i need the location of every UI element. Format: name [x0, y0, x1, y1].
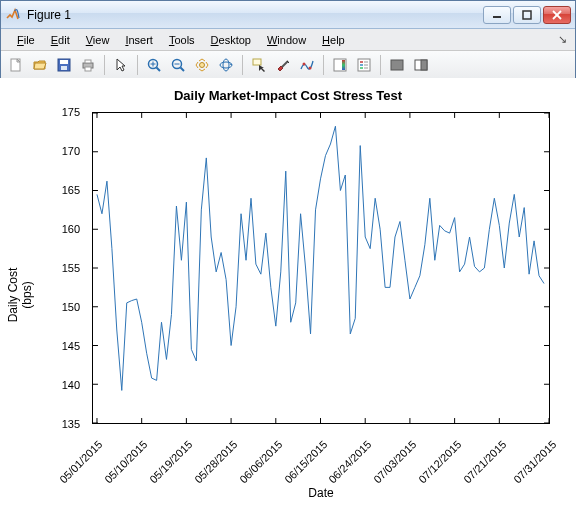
maximize-button[interactable] — [513, 6, 541, 24]
colorbar-icon[interactable] — [329, 54, 351, 76]
svg-rect-1 — [523, 11, 531, 19]
svg-line-16 — [181, 67, 185, 71]
svg-rect-34 — [391, 60, 403, 70]
svg-point-18 — [200, 62, 205, 67]
titlebar[interactable]: Figure 1 — [1, 1, 575, 29]
new-figure-icon[interactable] — [5, 54, 27, 76]
svg-rect-21 — [253, 59, 261, 65]
axes-box[interactable] — [92, 112, 550, 424]
brush-icon[interactable] — [272, 54, 294, 76]
svg-point-20 — [223, 59, 229, 71]
menu-view[interactable]: View — [78, 29, 118, 50]
chart-line — [93, 113, 549, 423]
svg-rect-7 — [61, 66, 67, 70]
menubar: File Edit View Insert Tools Desktop Wind… — [1, 29, 575, 51]
menubar-corner-icon[interactable]: ↘ — [553, 29, 571, 50]
svg-rect-26 — [342, 60, 345, 70]
open-icon[interactable] — [29, 54, 51, 76]
dock-icon[interactable] — [410, 54, 432, 76]
legend-icon[interactable] — [353, 54, 375, 76]
datacursor-icon[interactable] — [248, 54, 270, 76]
print-icon[interactable] — [77, 54, 99, 76]
close-button[interactable] — [543, 6, 571, 24]
chart-title: Daily Market-Impact Cost Stress Test — [6, 88, 570, 103]
svg-line-22 — [282, 61, 288, 67]
menu-window[interactable]: Window — [259, 29, 314, 50]
svg-point-24 — [309, 66, 312, 69]
svg-rect-9 — [85, 60, 91, 63]
rotate3d-icon[interactable] — [215, 54, 237, 76]
svg-point-23 — [303, 62, 306, 65]
menu-insert[interactable]: Insert — [117, 29, 161, 50]
menu-edit[interactable]: Edit — [43, 29, 78, 50]
toolbar — [1, 51, 575, 79]
zoom-in-icon[interactable] — [143, 54, 165, 76]
svg-rect-36 — [421, 60, 427, 70]
matlab-icon — [5, 7, 21, 23]
menu-help[interactable]: Help — [314, 29, 353, 50]
menu-desktop[interactable]: Desktop — [203, 29, 259, 50]
pan-icon[interactable] — [191, 54, 213, 76]
y-tick-labels: 135140145150155160165170175 — [6, 112, 86, 424]
svg-rect-10 — [85, 67, 91, 71]
zoom-out-icon[interactable] — [167, 54, 189, 76]
minimize-button[interactable] — [483, 6, 511, 24]
save-icon[interactable] — [53, 54, 75, 76]
menu-tools[interactable]: Tools — [161, 29, 203, 50]
svg-rect-6 — [60, 60, 68, 64]
link-plot-icon[interactable] — [296, 54, 318, 76]
pointer-icon[interactable] — [110, 54, 132, 76]
x-tick-labels: 05/01/201505/10/201505/19/201505/28/2015… — [92, 430, 550, 506]
svg-line-12 — [157, 67, 161, 71]
figure-canvas[interactable]: Daily Market-Impact Cost Stress Test Dai… — [0, 78, 576, 512]
menu-file[interactable]: File — [9, 29, 43, 50]
hide-tools-icon[interactable] — [386, 54, 408, 76]
window-title: Figure 1 — [27, 8, 483, 22]
